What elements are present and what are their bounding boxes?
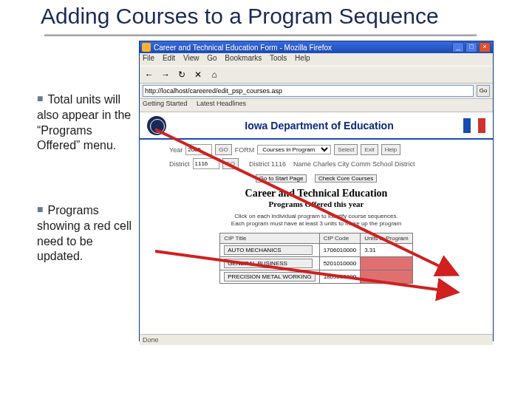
department-title: Iowa Department of Education bbox=[175, 120, 463, 132]
iowa-flag-icon bbox=[463, 118, 485, 133]
bullet-2-text: Programs showing a red cell need to be u… bbox=[37, 204, 132, 262]
cip-code-cell: 5201010000 bbox=[319, 256, 361, 270]
cte-subtitle: Programs Offered this year bbox=[169, 200, 463, 208]
go-district-button[interactable]: GO bbox=[222, 158, 239, 169]
year-label: Year bbox=[169, 146, 183, 154]
nav-toolbar: ← → ↻ ✕ ⌂ bbox=[140, 66, 493, 83]
firefox-icon bbox=[142, 43, 151, 52]
bullet-1-text: Total units will also appear in the “Pro… bbox=[37, 93, 131, 151]
form-select[interactable]: Courses in Program bbox=[257, 145, 331, 154]
bookmark-getting-started[interactable]: Getting Started bbox=[143, 100, 188, 107]
col-cip-title: CIP Title bbox=[220, 233, 319, 243]
menu-edit[interactable]: Edit bbox=[163, 54, 175, 62]
exit-button[interactable]: Exit bbox=[361, 144, 378, 155]
goto-start-button[interactable]: Go to Start Page bbox=[256, 174, 307, 183]
menu-go[interactable]: Go bbox=[207, 54, 216, 62]
table-row: AUTO MECHANICS 1706010000 3.31 bbox=[220, 243, 412, 256]
district-label: District bbox=[169, 160, 190, 168]
state-seal-icon bbox=[147, 116, 166, 135]
minimize-button[interactable]: _ bbox=[452, 42, 464, 52]
page-content: Iowa Department of Education Year GO FOR… bbox=[140, 112, 493, 334]
units-cell-red bbox=[361, 256, 413, 270]
slide-title: Adding Courses to a Program Sequence bbox=[41, 4, 439, 29]
program-button[interactable]: AUTO MECHANICS bbox=[224, 245, 313, 255]
program-button[interactable]: GENERAL BUSINESS bbox=[224, 259, 313, 268]
bullet-icon: ■ bbox=[37, 92, 43, 104]
units-cell-red bbox=[361, 270, 413, 283]
program-button[interactable]: PRECISION METAL WORKING bbox=[224, 272, 315, 282]
form-row-2: District GO District 1116 Name Charles C… bbox=[169, 158, 463, 169]
title-underline bbox=[44, 33, 477, 36]
table-row: PRECISION METAL WORKING 1805000000 bbox=[220, 270, 412, 283]
form-label: FORM bbox=[235, 146, 255, 154]
go-year-button[interactable]: GO bbox=[215, 144, 231, 155]
menu-file[interactable]: File bbox=[143, 54, 154, 62]
window-title: Career and Technical Education Form - Mo… bbox=[154, 44, 332, 52]
table-header-row: CIP Title CIP Code Units in Program bbox=[220, 233, 412, 243]
browser-window: Career and Technical Education Form - Mo… bbox=[139, 41, 494, 341]
district-number: District 1116 bbox=[249, 160, 286, 168]
goto-row: Go to Start Page Check Core Courses bbox=[169, 174, 463, 183]
form-row-1: Year GO FORM Courses in Program Select E… bbox=[169, 144, 463, 155]
bullet-icon: ■ bbox=[37, 203, 43, 215]
district-input[interactable] bbox=[193, 158, 219, 169]
cip-code-cell: 1805000000 bbox=[319, 270, 361, 283]
units-cell: 3.31 bbox=[361, 243, 413, 256]
help-button[interactable]: Help bbox=[381, 144, 400, 155]
menu-view[interactable]: View bbox=[183, 54, 200, 62]
reload-icon[interactable]: ↻ bbox=[175, 68, 188, 81]
back-icon[interactable]: ← bbox=[143, 68, 156, 81]
district-name: Name Charles City Comm School District bbox=[293, 160, 415, 168]
bullet-1: ■Total units will also appear in the “Pr… bbox=[37, 92, 137, 154]
cte-title: Career and Technical Education bbox=[169, 188, 463, 200]
bookmark-latest-headlines[interactable]: Latest Headlines bbox=[197, 100, 246, 107]
url-input[interactable] bbox=[143, 85, 474, 97]
maximize-button[interactable]: □ bbox=[466, 42, 477, 52]
col-cip-code: CIP Code bbox=[319, 233, 361, 243]
menu-bookmarks[interactable]: Bookmarks bbox=[225, 54, 262, 62]
address-bar: Go bbox=[140, 83, 493, 99]
bookmarks-toolbar: Getting Started Latest Headlines bbox=[140, 99, 493, 112]
year-input[interactable] bbox=[185, 144, 212, 155]
select-button[interactable]: Select bbox=[334, 144, 358, 155]
status-bar: Done bbox=[140, 334, 493, 345]
cip-code-cell: 1706010000 bbox=[319, 243, 361, 256]
programs-table: CIP Title CIP Code Units in Program AUTO… bbox=[219, 233, 412, 284]
menu-tools[interactable]: Tools bbox=[270, 54, 287, 62]
home-icon[interactable]: ⌂ bbox=[208, 68, 221, 81]
menubar: File Edit View Go Bookmarks Tools Help bbox=[140, 53, 493, 66]
instructions-line-2: Each program must have at least 3 units … bbox=[231, 220, 401, 227]
page-header: Iowa Department of Education bbox=[140, 112, 493, 140]
stop-icon[interactable]: ✕ bbox=[191, 68, 205, 81]
go-button[interactable]: Go bbox=[477, 85, 490, 97]
instructions: Click on each individual program to iden… bbox=[169, 213, 463, 228]
instructions-line-1: Click on each individual program to iden… bbox=[234, 213, 398, 219]
col-units: Units in Program bbox=[361, 233, 413, 243]
check-core-button[interactable]: Check Core Courses bbox=[315, 174, 377, 183]
bullet-2: ■Programs showing a red cell need to be … bbox=[37, 203, 140, 265]
close-button[interactable]: × bbox=[479, 42, 491, 52]
forward-icon[interactable]: → bbox=[159, 68, 172, 81]
window-titlebar: Career and Technical Education Form - Mo… bbox=[140, 41, 493, 53]
table-row: GENERAL BUSINESS 5201010000 bbox=[220, 256, 412, 270]
menu-help[interactable]: Help bbox=[295, 54, 310, 62]
